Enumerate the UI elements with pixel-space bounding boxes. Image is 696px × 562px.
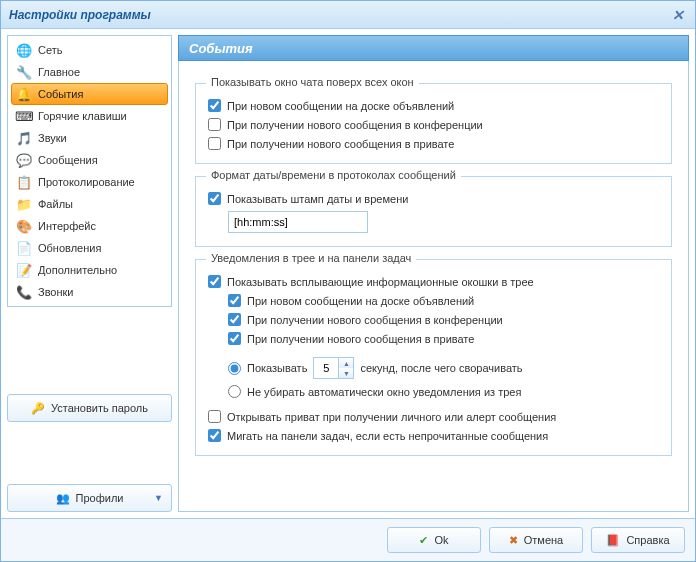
sidebar-item-sounds[interactable]: 🎵 Звуки bbox=[11, 127, 168, 149]
checkbox-row: При получении нового сообщения в привате bbox=[208, 134, 659, 153]
content-wrap: События Показывать окно чата поверх всех… bbox=[178, 35, 689, 512]
palette-icon: 🎨 bbox=[16, 218, 32, 234]
sidebar-item-files[interactable]: 📁 Файлы bbox=[11, 193, 168, 215]
checkbox-label: При получении нового сообщения в конфере… bbox=[227, 119, 483, 131]
ok-button[interactable]: ✔ Ok bbox=[387, 527, 481, 553]
checkbox-row: Показывать всплывающие информационные ок… bbox=[208, 272, 659, 291]
sidebar-item-label: Сеть bbox=[38, 44, 62, 56]
set-password-label: Установить пароль bbox=[51, 402, 148, 414]
checkbox-row: Мигать на панели задач, если есть непроч… bbox=[208, 426, 659, 445]
sidebar-item-updates[interactable]: 📄 Обновления bbox=[11, 237, 168, 259]
checkbox-tray-conference[interactable] bbox=[228, 313, 241, 326]
titlebar: Настройки программы ✕ bbox=[1, 1, 695, 29]
sidebar-item-label: Главное bbox=[38, 66, 80, 78]
group-datetime-format: Формат даты/времени в протоколах сообщен… bbox=[195, 176, 672, 247]
checkbox-label: Показывать штамп даты и времени bbox=[227, 193, 408, 205]
sidebar-item-main[interactable]: 🔧 Главное bbox=[11, 61, 168, 83]
sidebar-item-label: Сообщения bbox=[38, 154, 98, 166]
checkbox-tray-board[interactable] bbox=[228, 294, 241, 307]
nav-list: 🌐 Сеть 🔧 Главное 🔔 События ⌨ Горячие кла… bbox=[7, 35, 172, 307]
cancel-icon: ✖ bbox=[509, 534, 518, 547]
checkbox-label: При получении нового сообщения в привате bbox=[247, 333, 474, 345]
checkbox-row: При получении нового сообщения в конфере… bbox=[228, 310, 659, 329]
group-legend: Уведомления в трее и на панели задач bbox=[206, 252, 416, 264]
globe-icon: 🌐 bbox=[16, 42, 32, 58]
sidebar-item-advanced[interactable]: 📝 Дополнительно bbox=[11, 259, 168, 281]
help-label: Справка bbox=[626, 534, 669, 546]
folder-icon: 📁 bbox=[16, 196, 32, 212]
sidebar-item-label: Файлы bbox=[38, 198, 73, 210]
profiles-button[interactable]: 👥 Профили ▼ bbox=[7, 484, 172, 512]
chat-icon: 💬 bbox=[16, 152, 32, 168]
window-title: Настройки программы bbox=[9, 8, 151, 22]
checkbox-new-conference-message[interactable] bbox=[208, 118, 221, 131]
close-icon[interactable]: ✕ bbox=[669, 6, 687, 24]
radio-label-post: секунд, после чего сворачивать bbox=[360, 362, 522, 374]
footer: ✔ Ok ✖ Отмена 📕 Справка bbox=[1, 518, 695, 561]
check-icon: ✔ bbox=[419, 534, 428, 547]
sidebar: 🌐 Сеть 🔧 Главное 🔔 События ⌨ Горячие кла… bbox=[7, 35, 172, 512]
cancel-button[interactable]: ✖ Отмена bbox=[489, 527, 583, 553]
sidebar-item-label: События bbox=[38, 88, 83, 100]
checkbox-row: При получении нового сообщения в конфере… bbox=[208, 115, 659, 134]
checkbox-new-private-message[interactable] bbox=[208, 137, 221, 150]
checkbox-show-timestamp[interactable] bbox=[208, 192, 221, 205]
sidebar-item-label: Интерфейс bbox=[38, 220, 96, 232]
checkbox-label: Показывать всплывающие информационные ок… bbox=[227, 276, 534, 288]
checkbox-row: Открывать приват при получении личного и… bbox=[208, 407, 659, 426]
sidebar-item-messages[interactable]: 💬 Сообщения bbox=[11, 149, 168, 171]
keyboard-icon: ⌨ bbox=[16, 108, 32, 124]
cancel-label: Отмена bbox=[524, 534, 563, 546]
checkbox-open-private[interactable] bbox=[208, 410, 221, 423]
key-icon: 🔑 bbox=[31, 402, 45, 415]
checkbox-label: При новом сообщении на доске объявлений bbox=[227, 100, 454, 112]
wrench-icon: 🔧 bbox=[16, 64, 32, 80]
checkbox-label: При новом сообщении на доске объявлений bbox=[247, 295, 474, 307]
phone-icon: 📞 bbox=[16, 284, 32, 300]
sidebar-item-hotkeys[interactable]: ⌨ Горячие клавиши bbox=[11, 105, 168, 127]
settings-window: Настройки программы ✕ 🌐 Сеть 🔧 Главное 🔔… bbox=[0, 0, 696, 562]
clipboard-icon: 📋 bbox=[16, 174, 32, 190]
group-legend: Показывать окно чата поверх всех окон bbox=[206, 76, 419, 88]
profiles-label: Профили bbox=[76, 492, 124, 504]
timestamp-format-input[interactable] bbox=[228, 211, 368, 233]
sidebar-item-interface[interactable]: 🎨 Интерфейс bbox=[11, 215, 168, 237]
checkbox-label: Мигать на панели задач, если есть непроч… bbox=[227, 430, 548, 442]
bell-icon: 🔔 bbox=[16, 86, 32, 102]
seconds-spinner: ▲ ▼ bbox=[313, 357, 354, 379]
checkbox-flash-taskbar[interactable] bbox=[208, 429, 221, 442]
checkbox-tray-private[interactable] bbox=[228, 332, 241, 345]
checkbox-label: Открывать приват при получении личного и… bbox=[227, 411, 556, 423]
radio-label-pre: Показывать bbox=[247, 362, 307, 374]
help-button[interactable]: 📕 Справка bbox=[591, 527, 685, 553]
group-tray-notifications: Уведомления в трее и на панели задач Пок… bbox=[195, 259, 672, 456]
checkbox-show-tray-popups[interactable] bbox=[208, 275, 221, 288]
sidebar-item-logging[interactable]: 📋 Протоколирование bbox=[11, 171, 168, 193]
book-icon: 📕 bbox=[606, 534, 620, 547]
sidebar-item-label: Обновления bbox=[38, 242, 101, 254]
spinner-down-icon[interactable]: ▼ bbox=[339, 368, 353, 378]
sidebar-item-calls[interactable]: 📞 Звонки bbox=[11, 281, 168, 303]
checkbox-label: При получении нового сообщения в привате bbox=[227, 138, 454, 150]
music-icon: 🎵 bbox=[16, 130, 32, 146]
set-password-button[interactable]: 🔑 Установить пароль bbox=[7, 394, 172, 422]
seconds-input[interactable] bbox=[313, 357, 339, 379]
sidebar-item-events[interactable]: 🔔 События bbox=[11, 83, 168, 105]
sidebar-item-label: Звуки bbox=[38, 132, 67, 144]
sidebar-item-label: Звонки bbox=[38, 286, 74, 298]
content: Показывать окно чата поверх всех окон Пр… bbox=[178, 61, 689, 512]
checkbox-row: При получении нового сообщения в привате bbox=[228, 329, 659, 348]
checkbox-row: При новом сообщении на доске объявлений bbox=[228, 291, 659, 310]
ok-label: Ok bbox=[434, 534, 448, 546]
group-legend: Формат даты/времени в протоколах сообщен… bbox=[206, 169, 461, 181]
checkbox-label: При получении нового сообщения в конфере… bbox=[247, 314, 503, 326]
note-icon: 📝 bbox=[16, 262, 32, 278]
checkbox-row: Показывать штамп даты и времени bbox=[208, 189, 659, 208]
radio-hide-after[interactable] bbox=[228, 362, 241, 375]
sidebar-item-network[interactable]: 🌐 Сеть bbox=[11, 39, 168, 61]
radio-keep[interactable] bbox=[228, 385, 241, 398]
checkbox-new-board-message[interactable] bbox=[208, 99, 221, 112]
spinner-up-icon[interactable]: ▲ bbox=[339, 358, 353, 368]
users-icon: 👥 bbox=[56, 492, 70, 505]
radio-row: Показывать ▲ ▼ секунд, после чего сворач… bbox=[228, 354, 659, 382]
